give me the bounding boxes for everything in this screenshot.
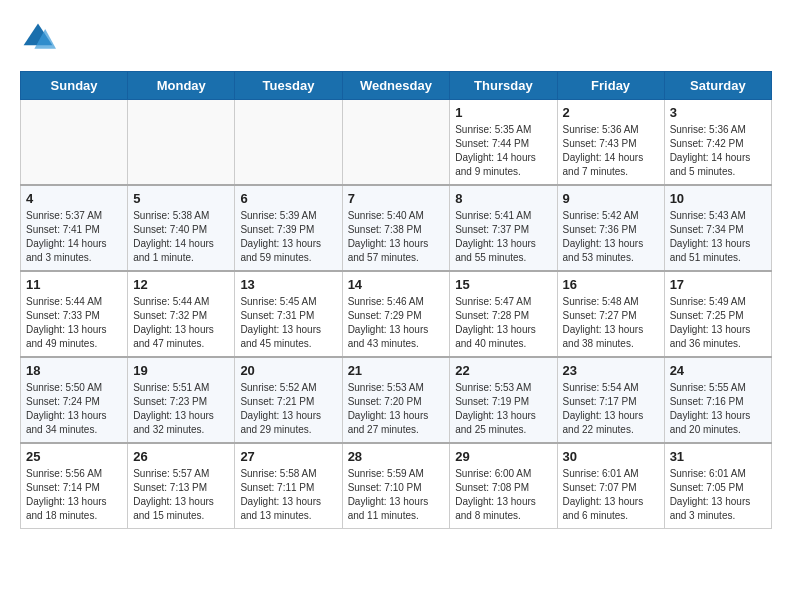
day-of-week-header: Sunday bbox=[21, 72, 128, 100]
day-number: 19 bbox=[133, 363, 229, 378]
day-number: 30 bbox=[563, 449, 659, 464]
calendar-day-cell: 22Sunrise: 5:53 AM Sunset: 7:19 PM Dayli… bbox=[450, 357, 557, 443]
day-number: 18 bbox=[26, 363, 122, 378]
day-info: Sunrise: 6:01 AM Sunset: 7:05 PM Dayligh… bbox=[670, 467, 766, 523]
day-info: Sunrise: 5:55 AM Sunset: 7:16 PM Dayligh… bbox=[670, 381, 766, 437]
day-info: Sunrise: 5:56 AM Sunset: 7:14 PM Dayligh… bbox=[26, 467, 122, 523]
calendar-day-cell: 24Sunrise: 5:55 AM Sunset: 7:16 PM Dayli… bbox=[664, 357, 771, 443]
calendar-day-cell: 10Sunrise: 5:43 AM Sunset: 7:34 PM Dayli… bbox=[664, 185, 771, 271]
day-number: 9 bbox=[563, 191, 659, 206]
calendar-day-cell: 26Sunrise: 5:57 AM Sunset: 7:13 PM Dayli… bbox=[128, 443, 235, 529]
day-info: Sunrise: 5:58 AM Sunset: 7:11 PM Dayligh… bbox=[240, 467, 336, 523]
day-info: Sunrise: 5:38 AM Sunset: 7:40 PM Dayligh… bbox=[133, 209, 229, 265]
day-info: Sunrise: 5:53 AM Sunset: 7:19 PM Dayligh… bbox=[455, 381, 551, 437]
day-number: 25 bbox=[26, 449, 122, 464]
day-info: Sunrise: 5:50 AM Sunset: 7:24 PM Dayligh… bbox=[26, 381, 122, 437]
day-info: Sunrise: 5:40 AM Sunset: 7:38 PM Dayligh… bbox=[348, 209, 445, 265]
day-of-week-header: Tuesday bbox=[235, 72, 342, 100]
calendar-day-cell bbox=[128, 100, 235, 186]
calendar-day-cell: 17Sunrise: 5:49 AM Sunset: 7:25 PM Dayli… bbox=[664, 271, 771, 357]
day-number: 2 bbox=[563, 105, 659, 120]
day-info: Sunrise: 6:00 AM Sunset: 7:08 PM Dayligh… bbox=[455, 467, 551, 523]
day-info: Sunrise: 5:51 AM Sunset: 7:23 PM Dayligh… bbox=[133, 381, 229, 437]
calendar-day-cell: 13Sunrise: 5:45 AM Sunset: 7:31 PM Dayli… bbox=[235, 271, 342, 357]
day-number: 1 bbox=[455, 105, 551, 120]
calendar-day-cell: 1Sunrise: 5:35 AM Sunset: 7:44 PM Daylig… bbox=[450, 100, 557, 186]
day-info: Sunrise: 5:35 AM Sunset: 7:44 PM Dayligh… bbox=[455, 123, 551, 179]
day-number: 4 bbox=[26, 191, 122, 206]
calendar-week-row: 11Sunrise: 5:44 AM Sunset: 7:33 PM Dayli… bbox=[21, 271, 772, 357]
day-number: 14 bbox=[348, 277, 445, 292]
day-number: 8 bbox=[455, 191, 551, 206]
day-number: 27 bbox=[240, 449, 336, 464]
day-info: Sunrise: 5:37 AM Sunset: 7:41 PM Dayligh… bbox=[26, 209, 122, 265]
day-number: 24 bbox=[670, 363, 766, 378]
day-number: 7 bbox=[348, 191, 445, 206]
calendar-day-cell: 27Sunrise: 5:58 AM Sunset: 7:11 PM Dayli… bbox=[235, 443, 342, 529]
calendar-day-cell: 15Sunrise: 5:47 AM Sunset: 7:28 PM Dayli… bbox=[450, 271, 557, 357]
day-info: Sunrise: 5:36 AM Sunset: 7:43 PM Dayligh… bbox=[563, 123, 659, 179]
calendar-day-cell: 2Sunrise: 5:36 AM Sunset: 7:43 PM Daylig… bbox=[557, 100, 664, 186]
calendar-day-cell: 11Sunrise: 5:44 AM Sunset: 7:33 PM Dayli… bbox=[21, 271, 128, 357]
day-number: 10 bbox=[670, 191, 766, 206]
calendar-day-cell: 3Sunrise: 5:36 AM Sunset: 7:42 PM Daylig… bbox=[664, 100, 771, 186]
calendar-day-cell: 6Sunrise: 5:39 AM Sunset: 7:39 PM Daylig… bbox=[235, 185, 342, 271]
day-info: Sunrise: 5:48 AM Sunset: 7:27 PM Dayligh… bbox=[563, 295, 659, 351]
day-number: 28 bbox=[348, 449, 445, 464]
calendar-day-cell: 29Sunrise: 6:00 AM Sunset: 7:08 PM Dayli… bbox=[450, 443, 557, 529]
calendar-day-cell: 12Sunrise: 5:44 AM Sunset: 7:32 PM Dayli… bbox=[128, 271, 235, 357]
day-info: Sunrise: 5:46 AM Sunset: 7:29 PM Dayligh… bbox=[348, 295, 445, 351]
day-number: 13 bbox=[240, 277, 336, 292]
calendar-day-cell: 19Sunrise: 5:51 AM Sunset: 7:23 PM Dayli… bbox=[128, 357, 235, 443]
calendar-day-cell: 31Sunrise: 6:01 AM Sunset: 7:05 PM Dayli… bbox=[664, 443, 771, 529]
day-info: Sunrise: 5:39 AM Sunset: 7:39 PM Dayligh… bbox=[240, 209, 336, 265]
calendar-day-cell: 9Sunrise: 5:42 AM Sunset: 7:36 PM Daylig… bbox=[557, 185, 664, 271]
calendar-week-row: 1Sunrise: 5:35 AM Sunset: 7:44 PM Daylig… bbox=[21, 100, 772, 186]
logo bbox=[20, 20, 62, 56]
day-info: Sunrise: 5:44 AM Sunset: 7:33 PM Dayligh… bbox=[26, 295, 122, 351]
calendar-day-cell bbox=[21, 100, 128, 186]
day-number: 6 bbox=[240, 191, 336, 206]
day-number: 21 bbox=[348, 363, 445, 378]
day-number: 11 bbox=[26, 277, 122, 292]
day-number: 23 bbox=[563, 363, 659, 378]
calendar-day-cell: 14Sunrise: 5:46 AM Sunset: 7:29 PM Dayli… bbox=[342, 271, 450, 357]
day-number: 20 bbox=[240, 363, 336, 378]
day-info: Sunrise: 5:59 AM Sunset: 7:10 PM Dayligh… bbox=[348, 467, 445, 523]
calendar-week-row: 18Sunrise: 5:50 AM Sunset: 7:24 PM Dayli… bbox=[21, 357, 772, 443]
day-number: 26 bbox=[133, 449, 229, 464]
calendar-header-row: SundayMondayTuesdayWednesdayThursdayFrid… bbox=[21, 72, 772, 100]
day-info: Sunrise: 5:52 AM Sunset: 7:21 PM Dayligh… bbox=[240, 381, 336, 437]
calendar-table: SundayMondayTuesdayWednesdayThursdayFrid… bbox=[20, 71, 772, 529]
day-number: 22 bbox=[455, 363, 551, 378]
day-info: Sunrise: 5:57 AM Sunset: 7:13 PM Dayligh… bbox=[133, 467, 229, 523]
day-info: Sunrise: 5:41 AM Sunset: 7:37 PM Dayligh… bbox=[455, 209, 551, 265]
calendar-day-cell: 28Sunrise: 5:59 AM Sunset: 7:10 PM Dayli… bbox=[342, 443, 450, 529]
calendar-day-cell: 7Sunrise: 5:40 AM Sunset: 7:38 PM Daylig… bbox=[342, 185, 450, 271]
day-of-week-header: Friday bbox=[557, 72, 664, 100]
calendar-day-cell: 8Sunrise: 5:41 AM Sunset: 7:37 PM Daylig… bbox=[450, 185, 557, 271]
day-info: Sunrise: 5:54 AM Sunset: 7:17 PM Dayligh… bbox=[563, 381, 659, 437]
page-header bbox=[20, 20, 772, 56]
day-info: Sunrise: 5:44 AM Sunset: 7:32 PM Dayligh… bbox=[133, 295, 229, 351]
day-info: Sunrise: 5:36 AM Sunset: 7:42 PM Dayligh… bbox=[670, 123, 766, 179]
calendar-day-cell: 25Sunrise: 5:56 AM Sunset: 7:14 PM Dayli… bbox=[21, 443, 128, 529]
calendar-day-cell: 4Sunrise: 5:37 AM Sunset: 7:41 PM Daylig… bbox=[21, 185, 128, 271]
calendar-week-row: 4Sunrise: 5:37 AM Sunset: 7:41 PM Daylig… bbox=[21, 185, 772, 271]
day-number: 5 bbox=[133, 191, 229, 206]
day-number: 31 bbox=[670, 449, 766, 464]
day-number: 29 bbox=[455, 449, 551, 464]
day-number: 15 bbox=[455, 277, 551, 292]
calendar-day-cell: 5Sunrise: 5:38 AM Sunset: 7:40 PM Daylig… bbox=[128, 185, 235, 271]
day-number: 16 bbox=[563, 277, 659, 292]
calendar-day-cell bbox=[342, 100, 450, 186]
calendar-day-cell: 20Sunrise: 5:52 AM Sunset: 7:21 PM Dayli… bbox=[235, 357, 342, 443]
day-info: Sunrise: 5:43 AM Sunset: 7:34 PM Dayligh… bbox=[670, 209, 766, 265]
day-info: Sunrise: 5:49 AM Sunset: 7:25 PM Dayligh… bbox=[670, 295, 766, 351]
day-of-week-header: Monday bbox=[128, 72, 235, 100]
day-of-week-header: Wednesday bbox=[342, 72, 450, 100]
calendar-week-row: 25Sunrise: 5:56 AM Sunset: 7:14 PM Dayli… bbox=[21, 443, 772, 529]
day-info: Sunrise: 5:45 AM Sunset: 7:31 PM Dayligh… bbox=[240, 295, 336, 351]
day-info: Sunrise: 5:42 AM Sunset: 7:36 PM Dayligh… bbox=[563, 209, 659, 265]
day-number: 12 bbox=[133, 277, 229, 292]
